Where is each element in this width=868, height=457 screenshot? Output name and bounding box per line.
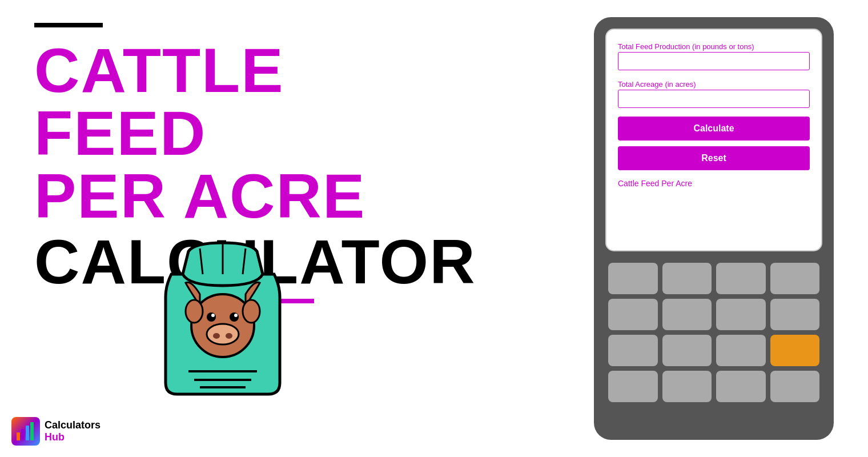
reset-button[interactable]: Reset [618, 146, 810, 170]
page-title-line1: CATTLE FEED [34, 39, 434, 165]
logo-icon [11, 417, 40, 446]
svg-point-7 [207, 312, 216, 322]
svg-point-6 [243, 300, 260, 323]
svg-point-13 [213, 333, 220, 339]
key-orange[interactable] [770, 335, 820, 366]
svg-point-10 [234, 314, 238, 317]
key-13[interactable] [662, 371, 712, 402]
key-7[interactable] [716, 299, 766, 330]
calculator-keypad [605, 263, 822, 402]
key-6[interactable] [662, 299, 712, 330]
acreage-input[interactable] [618, 90, 810, 108]
top-decorative-bar [34, 23, 103, 27]
key-5[interactable] [608, 299, 658, 330]
logo-name-line2: Hub [45, 431, 101, 443]
key-2[interactable] [662, 263, 712, 294]
calculator-body: Total Feed Production (in pounds or tons… [594, 17, 834, 440]
key-4[interactable] [770, 263, 820, 294]
key-12[interactable] [608, 371, 658, 402]
svg-point-9 [211, 314, 215, 317]
feed-production-input[interactable] [618, 52, 810, 70]
acreage-label: Total Acreage (in acres) [618, 80, 696, 89]
calculator-screen: Total Feed Production (in pounds or tons… [605, 29, 822, 251]
calculator-container: Total Feed Production (in pounds or tons… [594, 17, 834, 440]
logo-name-line1: Calculators [45, 419, 101, 431]
feed-bag-illustration [154, 240, 291, 406]
svg-point-5 [186, 300, 203, 323]
logo-container: Calculators Hub [11, 417, 101, 446]
key-14[interactable] [716, 371, 766, 402]
logo-text: Calculators Hub [45, 419, 101, 443]
feed-production-label: Total Feed Production (in pounds or tons… [618, 42, 754, 51]
svg-rect-19 [21, 429, 25, 440]
calculate-button[interactable]: Calculate [618, 117, 810, 141]
key-3[interactable] [716, 263, 766, 294]
svg-point-8 [230, 312, 239, 322]
page-title-line2: PER ACRE [34, 165, 434, 227]
result-label: Cattle Feed Per Acre [618, 179, 810, 188]
key-9[interactable] [608, 335, 658, 366]
key-15[interactable] [770, 371, 820, 402]
svg-rect-20 [26, 426, 29, 440]
svg-point-14 [226, 333, 232, 339]
key-10[interactable] [662, 335, 712, 366]
key-11[interactable] [716, 335, 766, 366]
key-8[interactable] [770, 299, 820, 330]
svg-rect-18 [17, 432, 20, 440]
svg-rect-21 [30, 422, 34, 440]
key-1[interactable] [608, 263, 658, 294]
